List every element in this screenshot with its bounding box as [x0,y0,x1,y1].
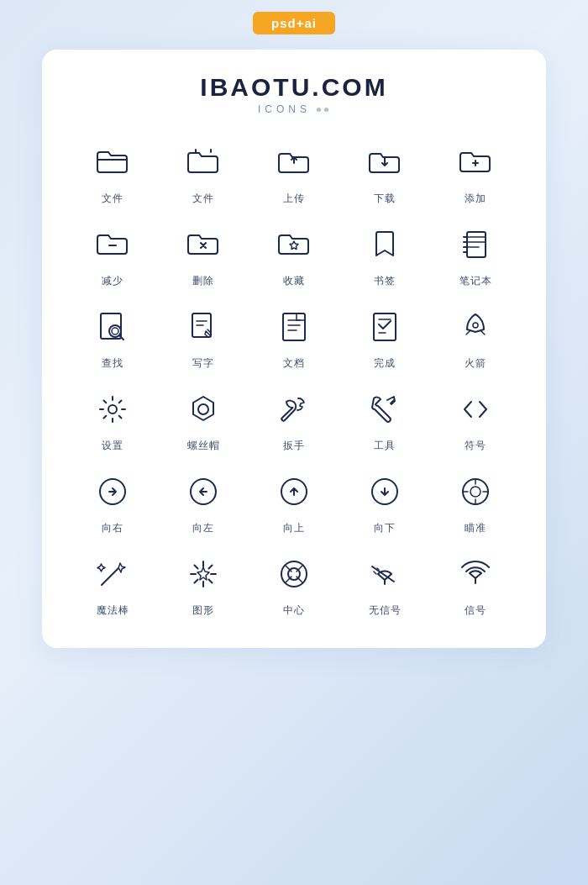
folder-delete-label: 删除 [192,274,214,288]
star-burst-label: 图形 [192,603,214,618]
icon-cell-magic-wand: 魔法棒 [67,550,158,618]
icon-cell-upload: 上传 [249,139,339,206]
icon-cell-life-ring: 中心 [249,550,339,618]
complete-label: 完成 [374,356,396,371]
code-icon [452,386,499,433]
folder-add-icon [452,139,499,186]
wrench-label: 扳手 [283,439,305,453]
no-signal-icon [361,550,408,598]
icon-cell-arrow-down: 向下 [339,468,430,535]
main-card: IBAOTU.COM ICONS 文件 文件 上传 下载 添加 减少 删除 收藏… [42,50,546,648]
wrench-icon [270,386,318,433]
life-ring-icon [270,550,318,598]
card-subtitle: ICONS [67,103,521,115]
folder-open2-icon [180,139,227,186]
settings-icon [89,386,136,433]
aim-label: 瞄准 [465,521,486,535]
folder-open-label: 文件 [102,192,123,206]
icon-cell-folder-open2: 文件 [158,139,249,206]
icon-cell-settings: 设置 [67,386,158,453]
svg-point-7 [473,323,478,328]
folder-star-label: 收藏 [283,274,305,288]
icon-cell-rocket: 火箭 [430,303,521,371]
signal-label: 信号 [465,603,486,618]
icon-cell-folder-add: 添加 [430,139,521,206]
svg-rect-0 [467,232,486,257]
magic-wand-icon [89,550,136,598]
icon-cell-folder-star: 收藏 [249,221,339,288]
notebook-icon [452,221,499,268]
arrow-up-label: 向上 [283,521,305,535]
document-icon [270,303,318,350]
icon-cell-tools: 工具 [339,386,430,453]
life-ring-label: 中心 [283,603,305,618]
nut-label: 螺丝帽 [187,439,220,453]
complete-icon [361,303,408,350]
arrow-down-label: 向下 [374,521,396,535]
document-label: 文档 [283,356,305,371]
folder-open2-label: 文件 [192,192,214,206]
svg-rect-5 [283,313,305,340]
folder-star-icon [270,221,318,268]
svg-point-15 [470,487,480,497]
icon-cell-document: 文档 [249,303,339,371]
upload-label: 上传 [283,192,305,206]
download-label: 下载 [374,192,396,206]
folder-open-icon [89,139,136,186]
icon-cell-arrow-right: 向右 [67,468,158,535]
download-icon [361,139,408,186]
svg-point-9 [198,404,208,414]
search-file-icon [89,303,136,350]
decorative-dots [315,103,330,115]
folder-delete-icon [180,221,227,268]
icon-cell-arrow-left: 向左 [158,468,249,535]
icon-cell-folder-open: 文件 [67,139,158,206]
write-icon [180,303,227,350]
bookmark-icon [361,221,408,268]
arrow-left-icon [180,468,227,515]
arrow-right-label: 向右 [102,521,123,535]
top-badge: psd+ai [253,12,335,34]
icon-cell-download: 下载 [339,139,430,206]
rocket-label: 火箭 [465,356,486,371]
folder-minus-icon [89,221,136,268]
icon-cell-complete: 完成 [339,303,430,371]
icon-cell-folder-minus: 减少 [67,221,158,288]
svg-point-8 [108,405,117,414]
arrow-right-icon [89,468,136,515]
icon-cell-write: 写字 [158,303,249,371]
icon-cell-search-file: 查找 [67,303,158,371]
icon-cell-aim: 瞄准 [430,468,521,535]
arrow-down-icon [361,468,408,515]
no-signal-label: 无信号 [369,603,402,618]
icon-cell-folder-delete: 删除 [158,221,249,288]
icon-cell-no-signal: 无信号 [339,550,430,618]
svg-point-3 [112,328,118,335]
icon-cell-nut: 螺丝帽 [158,386,249,453]
search-file-label: 查找 [102,356,123,371]
icon-cell-code: 符号 [430,386,521,453]
card-title: IBAOTU.COM [67,73,521,102]
icon-cell-star-burst: 图形 [158,550,249,618]
magic-wand-label: 魔法棒 [97,603,129,618]
folder-add-label: 添加 [465,192,486,206]
icon-cell-notebook: 笔记本 [430,221,521,288]
write-label: 写字 [192,356,214,371]
tools-label: 工具 [374,439,396,453]
settings-label: 设置 [102,439,123,453]
icon-cell-wrench: 扳手 [249,386,339,453]
rocket-icon [452,303,499,350]
star-burst-icon [180,550,227,598]
folder-minus-label: 减少 [102,274,123,288]
bookmark-label: 书签 [374,274,396,288]
arrow-left-label: 向左 [192,521,214,535]
tools-icon [361,386,408,433]
code-label: 符号 [465,439,486,453]
nut-icon [180,386,227,433]
notebook-label: 笔记本 [459,274,492,288]
icon-cell-signal: 信号 [430,550,521,618]
aim-icon [452,468,499,515]
upload-icon [270,139,318,186]
icon-cell-bookmark: 书签 [339,221,430,288]
icon-cell-arrow-up: 向上 [249,468,339,535]
